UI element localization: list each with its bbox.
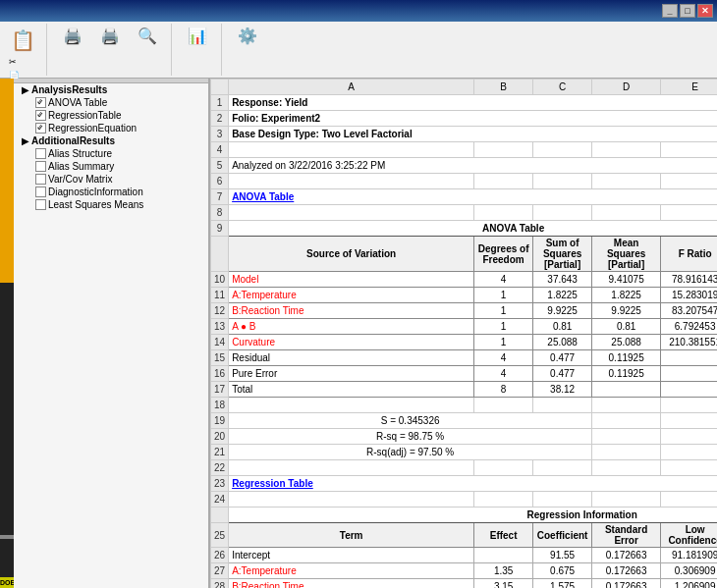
row-header-17: 17 <box>211 382 229 398</box>
item-label: ANOVA Table <box>48 97 107 108</box>
empty-cell <box>229 174 474 189</box>
reg-cell: Intercept <box>229 548 474 563</box>
checkbox-icon[interactable] <box>35 187 46 197</box>
checkbox-icon[interactable]: ✓ <box>35 97 46 108</box>
rsqadj-empty <box>592 445 661 460</box>
cut-button[interactable]: ✂ <box>6 55 20 69</box>
spreadsheet-container[interactable]: A B C D E F G H 1Response: Yield2Folio: … <box>210 79 717 588</box>
reg-header-2: Coefficient <box>533 523 592 548</box>
row-header-14: 14 <box>211 335 229 350</box>
anova-header-3: Mean Squares [Partial] <box>592 237 661 272</box>
checkbox-icon[interactable] <box>35 199 46 210</box>
reg-header-3: Standard Error <box>592 523 661 548</box>
sidebar-item-additional-results[interactable]: ▶AdditionalResults <box>14 134 208 147</box>
anova-cell: Residual <box>229 350 474 366</box>
regression-title: Regression Information <box>229 508 717 523</box>
anova-cell: 6.792453 <box>661 319 717 335</box>
reg-header-1: Effect <box>474 523 533 548</box>
checkbox-icon[interactable]: ✓ <box>35 123 46 134</box>
empty-cell <box>533 460 592 476</box>
checkbox-icon[interactable]: ✓ <box>35 110 46 121</box>
anova-cell: Model <box>229 272 474 288</box>
anova-cell: 4 <box>474 366 533 382</box>
anova-cell: 83.207547 <box>661 303 717 319</box>
row-header- <box>211 237 229 272</box>
checkbox-icon[interactable] <box>35 148 46 159</box>
stat-rsqadj: R-sq(adj) = 97.50 % <box>229 445 592 460</box>
quick-print-icon: 🖨️ <box>63 28 83 44</box>
close-button[interactable]: ✕ <box>697 4 713 18</box>
print-button[interactable]: 🖨️ <box>92 26 128 48</box>
sidebar-item-alias-summary[interactable]: Alias Summary <box>14 160 208 173</box>
anova-title: ANOVA Table <box>229 221 717 237</box>
item-label: RegressionTable <box>48 110 122 121</box>
sidebar-item-diagnostic-info[interactable]: DiagnosticInformation <box>14 186 208 198</box>
window-controls: _ □ ✕ <box>662 4 713 18</box>
anova-table-link[interactable]: ANOVA Table <box>229 189 717 205</box>
anova-cell: 1.8225 <box>533 288 592 303</box>
empty-cell <box>229 398 474 413</box>
anova-cell: A ● B <box>229 319 474 335</box>
row-header-11: 11 <box>211 288 229 303</box>
anova-cell: 1 <box>474 303 533 319</box>
quick-print-button[interactable]: 🖨️ <box>55 26 90 48</box>
anova-cell: 4 <box>474 272 533 288</box>
sidebar-item-least-squares[interactable]: Least Squares Means <box>14 198 208 211</box>
row-header-3: 3 <box>211 127 229 142</box>
row-header-18: 18 <box>211 398 229 413</box>
regression-table-link[interactable]: Regression Table <box>229 476 717 492</box>
col-header-d: D <box>592 80 661 95</box>
row-header-4: 4 <box>211 142 229 158</box>
col-header-row <box>211 80 229 95</box>
anova-cell: 1.8225 <box>592 288 661 303</box>
reg-cell: B:Reaction Time <box>229 579 474 589</box>
reg-cell: 1.575 <box>533 579 592 589</box>
sidebar-item-alias-structure[interactable]: Alias Structure <box>14 147 208 160</box>
anova-cell <box>661 382 717 398</box>
analysis-history-tab[interactable] <box>0 535 14 539</box>
reg-header-0: Term <box>229 523 474 548</box>
tree-container: ▶AnalysisResults✓ANOVA Table✓RegressionT… <box>14 83 208 211</box>
empty-cell <box>661 460 717 476</box>
row-header-10: 10 <box>211 272 229 288</box>
folder-label: AnalysisResults <box>31 84 107 95</box>
row-header-7: 7 <box>211 189 229 205</box>
empty-cell <box>592 460 661 476</box>
paste-button[interactable]: 📋 <box>6 26 42 55</box>
folder-icon: ▶ <box>22 135 29 146</box>
anova-cell: 1 <box>474 288 533 303</box>
item-label: Alias Summary <box>48 161 114 172</box>
sidebar-item-analysis-results[interactable]: ▶AnalysisResults <box>14 83 208 96</box>
sidebar-item-regression-table[interactable]: ✓RegressionTable <box>14 109 208 122</box>
sidebar-item-var-cov-matrix[interactable]: Var/Cov Matrix <box>14 173 208 186</box>
anova-header-0: Source of Variation <box>229 237 474 272</box>
anova-header-4: F Ratio <box>661 237 717 272</box>
empty-cell <box>474 174 533 189</box>
reg-cell: 0.675 <box>533 563 592 579</box>
sidebar-item-anova-table[interactable]: ✓ANOVA Table <box>14 96 208 109</box>
maximize-button[interactable]: □ <box>680 4 695 18</box>
print-preview-icon: 🔍 <box>138 28 157 44</box>
print-preview-button[interactable]: 🔍 <box>130 26 165 48</box>
content-area: A B C D E F G H 1Response: Yield2Folio: … <box>210 79 717 588</box>
main-content: DOE++ ▶AnalysisResults✓ANOVA Table✓Regre… <box>0 79 717 588</box>
empty-cell <box>474 492 533 508</box>
row-header-9: 9 <box>211 221 229 237</box>
apply-settings-button[interactable]: ⚙️ <box>230 26 265 48</box>
checkbox-icon[interactable] <box>35 174 46 185</box>
anova-cell <box>592 382 661 398</box>
row-header-6: 6 <box>211 174 229 189</box>
clipboard-group: 📋 ✂ 📄 📋 <box>2 24 47 76</box>
anova-cell: 9.41075 <box>592 272 661 288</box>
minimize-button[interactable]: _ <box>662 4 678 18</box>
checkbox-icon[interactable] <box>35 161 46 172</box>
anova-cell: B:Reaction Time <box>229 303 474 319</box>
anova-cell: 38.12 <box>533 382 592 398</box>
folder-icon: ▶ <box>22 84 29 95</box>
reg-cell <box>474 548 533 563</box>
empty-cell <box>661 142 717 158</box>
empty-cell <box>533 142 592 158</box>
sidebar-item-regression-equation[interactable]: ✓RegressionEquation <box>14 122 208 134</box>
send-to-excel-button[interactable]: 📊 <box>180 26 215 48</box>
anova-cell: A:Temperature <box>229 288 474 303</box>
